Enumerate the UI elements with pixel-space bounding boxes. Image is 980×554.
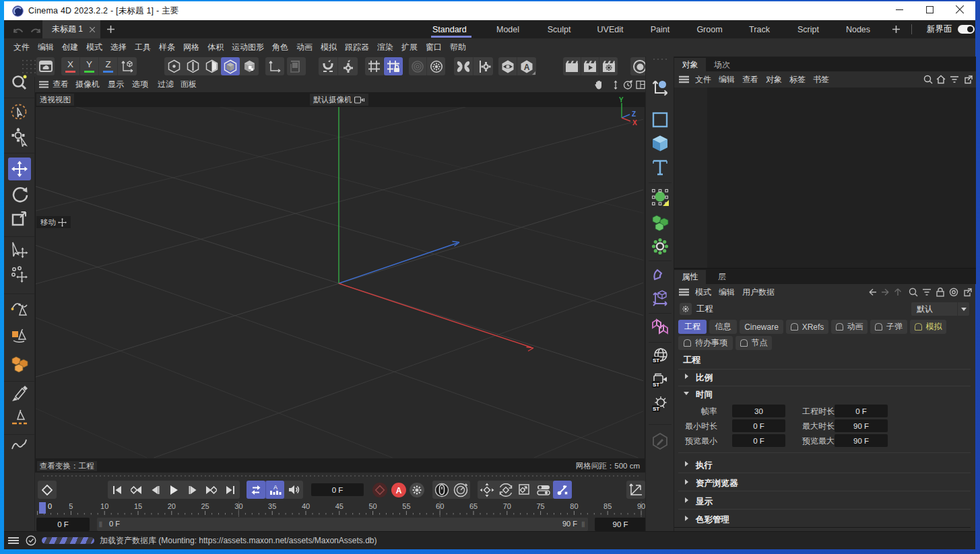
svg-text:60: 60 — [436, 502, 444, 510]
svg-text:45: 45 — [335, 502, 344, 510]
svg-text:70: 70 — [503, 502, 511, 510]
svg-text:ST: ST — [653, 357, 659, 363]
svg-text:X: X — [632, 119, 637, 127]
svg-text:75: 75 — [536, 502, 544, 510]
svg-text:15: 15 — [134, 502, 142, 510]
svg-text:35: 35 — [268, 502, 276, 510]
svg-text:A: A — [273, 484, 277, 491]
svg-text:85: 85 — [603, 502, 612, 510]
svg-text:20: 20 — [168, 502, 176, 510]
svg-text:25: 25 — [201, 502, 209, 510]
svg-text:Z: Z — [632, 110, 636, 118]
svg-text:50: 50 — [368, 502, 377, 510]
svg-text:0: 0 — [48, 502, 52, 510]
svg-text:ST: ST — [653, 382, 659, 388]
svg-text:80: 80 — [570, 502, 578, 510]
svg-text:A: A — [396, 486, 402, 495]
svg-text:10: 10 — [100, 502, 108, 510]
svg-text:30: 30 — [234, 502, 242, 510]
svg-text:A: A — [524, 62, 530, 71]
svg-text:Y: Y — [619, 96, 624, 104]
svg-text:40: 40 — [302, 502, 310, 510]
svg-text:ST: ST — [653, 406, 659, 412]
svg-text:65: 65 — [469, 502, 478, 510]
svg-text:55: 55 — [402, 502, 410, 510]
svg-text:90: 90 — [637, 502, 645, 510]
svg-text:5: 5 — [69, 502, 73, 510]
